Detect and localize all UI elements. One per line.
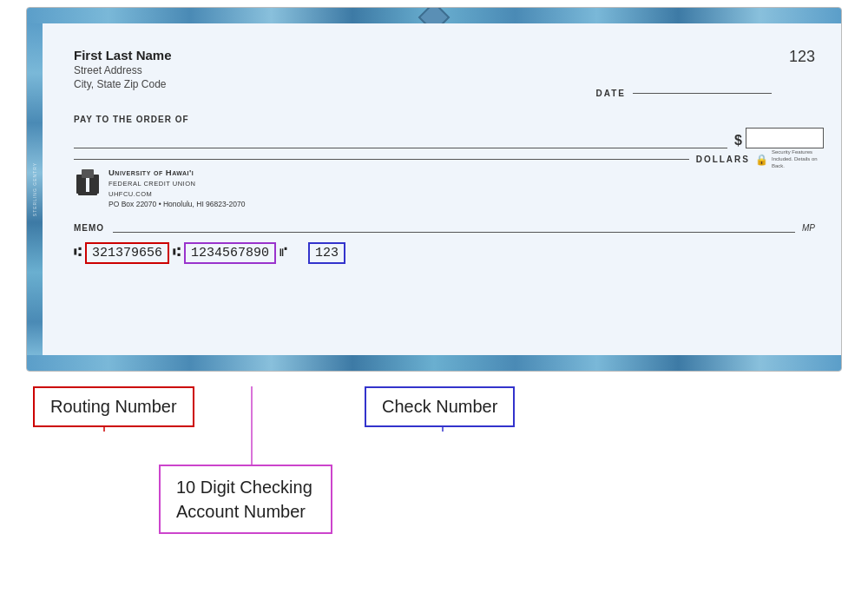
memo-label: MEMO xyxy=(74,223,104,233)
bank-section: University of Hawai'i Federal Credit Uni… xyxy=(74,167,246,210)
micr-line: ⑆ 321379656 ⑆ 1234567890 ⑈ 123 xyxy=(74,242,824,264)
address-line2: City, State Zip Code xyxy=(74,78,172,90)
date-section: DATE xyxy=(596,89,772,98)
dollars-line xyxy=(74,159,689,160)
pay-label: PAY TO THE ORDER OF xyxy=(74,115,824,124)
check-top-border xyxy=(27,8,841,23)
micr-routing: 321379656 xyxy=(85,242,169,264)
security-text: Security Features Included. Details on B… xyxy=(772,149,824,169)
check-label-text: Check Number xyxy=(382,397,497,416)
bank-name: University of Hawai'i xyxy=(108,167,246,179)
pay-section: PAY TO THE ORDER OF $ xyxy=(74,115,824,148)
amount-box xyxy=(746,128,824,148)
memo-line xyxy=(113,232,795,233)
micr-check-num: 123 xyxy=(308,242,345,264)
check-image: STERLING GENTRY First Last Name Street A… xyxy=(26,7,842,372)
vertical-text-label: STERLING GENTRY xyxy=(32,162,37,216)
routing-label-box: Routing Number xyxy=(33,386,194,427)
dollar-sign: $ xyxy=(734,133,742,148)
bank-info: University of Hawai'i Federal Credit Uni… xyxy=(108,167,246,210)
micr-start: ⑆ xyxy=(74,246,82,260)
account-label-text: 10 Digit CheckingAccount Number xyxy=(176,475,315,524)
check-left-strip: STERLING GENTRY xyxy=(27,23,43,355)
pay-line-row: $ xyxy=(74,128,824,148)
check-body: First Last Name Street Address City, Sta… xyxy=(43,23,841,355)
bank-sub1: Federal Credit Union xyxy=(108,179,246,188)
date-label: DATE xyxy=(596,89,626,98)
svg-rect-2 xyxy=(82,169,94,178)
micr-account: 1234567890 xyxy=(184,242,276,264)
bank-logo xyxy=(74,167,102,201)
date-line xyxy=(633,93,772,94)
check-number-display: 123 xyxy=(789,48,815,66)
lock-icon: 🔒 xyxy=(755,154,768,166)
routing-label-text: Routing Number xyxy=(50,397,177,416)
svg-rect-3 xyxy=(78,192,97,195)
mp-label: MP xyxy=(802,223,815,233)
holder-name: First Last Name xyxy=(74,48,172,63)
micr-sep2: ⑈ xyxy=(279,246,287,260)
memo-section: MEMO MP xyxy=(74,223,815,233)
bank-address: PO Box 22070 • Honolulu, HI 96823-2070 xyxy=(108,199,246,210)
check-bottom-border xyxy=(27,355,841,371)
account-label-box: 10 Digit CheckingAccount Number xyxy=(159,465,332,534)
bank-sub2: UHFCU.COM xyxy=(108,189,246,199)
address-line1: Street Address xyxy=(74,64,172,76)
micr-sep1: ⑆ xyxy=(173,246,181,260)
account-info: First Last Name Street Address City, Sta… xyxy=(74,48,172,90)
pay-line xyxy=(74,148,727,148)
dollars-label: DOLLARS xyxy=(696,155,750,164)
check-label-box: Check Number xyxy=(365,386,515,427)
